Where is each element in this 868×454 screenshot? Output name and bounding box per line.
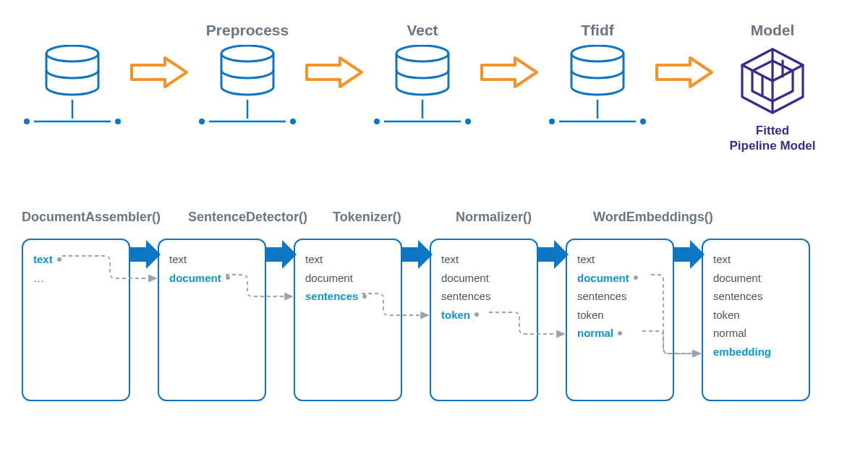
arrow-icon	[480, 56, 540, 88]
stage-box-0: text …	[22, 239, 130, 401]
arrow-icon	[127, 237, 163, 273]
svg-point-19	[640, 119, 646, 124]
pipeline-step-1: Preprocess	[190, 22, 305, 129]
arrow-icon	[671, 237, 707, 273]
column-item: text	[33, 250, 119, 269]
column-item: document	[713, 269, 799, 288]
dot-icon	[57, 257, 61, 262]
column-item: normal	[713, 324, 799, 343]
arrow-icon	[305, 56, 365, 88]
result-caption: Fitted Pipeline Model	[729, 123, 815, 154]
column-item: sentences	[713, 287, 799, 306]
column-item: text	[169, 250, 255, 269]
svg-point-14	[465, 119, 471, 124]
column-item: document	[169, 269, 255, 288]
stage-titles-row: DocumentAssembler() SentenceDetector() T…	[22, 210, 846, 231]
stage-box-3: text document sentences token	[430, 239, 538, 401]
stage-box-4: text document sentences token normal	[566, 239, 674, 401]
database-icon	[393, 45, 452, 101]
column-item: normal	[577, 324, 663, 343]
column-item: …	[33, 269, 119, 288]
database-icon	[43, 45, 102, 101]
dot-icon	[475, 312, 479, 317]
stage-box-5: text document sentences token normal emb…	[702, 239, 810, 401]
column-item: text	[305, 250, 391, 269]
arrow-icon	[655, 56, 715, 88]
arrow-icon	[130, 56, 190, 88]
stage-title: DocumentAssembler()	[22, 210, 188, 231]
svg-point-3	[24, 119, 30, 124]
pipeline-step-0	[14, 22, 130, 129]
svg-point-8	[199, 119, 205, 124]
step-label: Preprocess	[206, 22, 289, 42]
stage-title: Normalizer()	[456, 210, 593, 231]
column-item: text	[577, 250, 663, 269]
step-label: Model	[751, 22, 795, 42]
bottom-pipeline: DocumentAssembler() SentenceDetector() T…	[22, 210, 846, 434]
stage-box-2: text document sentences	[294, 239, 402, 401]
stage-title: WordEmbeddings()	[593, 210, 738, 231]
svg-point-0	[46, 46, 98, 61]
stage-box-1: text document	[158, 239, 266, 401]
step-label: Vect	[407, 22, 438, 42]
column-item: token	[577, 306, 663, 325]
pipeline-step-3: Tfidf	[540, 22, 655, 129]
column-item: document	[577, 269, 663, 288]
stage-title: Tokenizer()	[333, 210, 456, 231]
arrow-icon	[263, 237, 299, 273]
step-label: Tfidf	[581, 22, 613, 42]
stage-title: SentenceDetector()	[188, 210, 333, 231]
pipeline-step-2: Vect	[365, 22, 480, 129]
column-item: document	[441, 269, 527, 288]
database-icon	[568, 45, 627, 101]
svg-point-15	[571, 46, 624, 61]
database-stand-icon	[543, 100, 652, 129]
column-item: document	[305, 269, 391, 288]
column-item: sentences	[305, 287, 391, 306]
column-item: sentences	[441, 287, 527, 306]
stage-boxes-row: text … text document text document sente…	[22, 239, 846, 401]
column-item: text	[441, 250, 527, 269]
column-item: embedding	[713, 343, 799, 361]
dot-icon	[618, 331, 622, 335]
svg-point-10	[396, 46, 448, 61]
database-stand-icon	[193, 100, 302, 129]
dot-icon	[226, 275, 230, 280]
database-stand-icon	[368, 100, 477, 129]
column-item: token	[713, 306, 799, 325]
top-pipeline: Preprocess Vect	[14, 22, 854, 152]
column-item: text	[713, 250, 799, 269]
database-icon	[218, 45, 277, 101]
dot-icon	[634, 275, 638, 280]
arrow-icon	[399, 237, 435, 273]
svg-point-18	[549, 119, 555, 124]
svg-point-13	[374, 119, 380, 124]
svg-point-5	[221, 46, 273, 61]
database-stand-icon	[18, 100, 127, 129]
column-item: sentences	[577, 287, 663, 306]
pipeline-result: Model Fitted Pipeline Model	[715, 45, 830, 154]
svg-point-4	[115, 119, 121, 124]
dot-icon	[362, 294, 367, 299]
arrow-icon	[535, 237, 571, 273]
column-item: token	[441, 306, 527, 325]
cube-icon	[736, 45, 809, 117]
svg-point-9	[290, 119, 296, 124]
